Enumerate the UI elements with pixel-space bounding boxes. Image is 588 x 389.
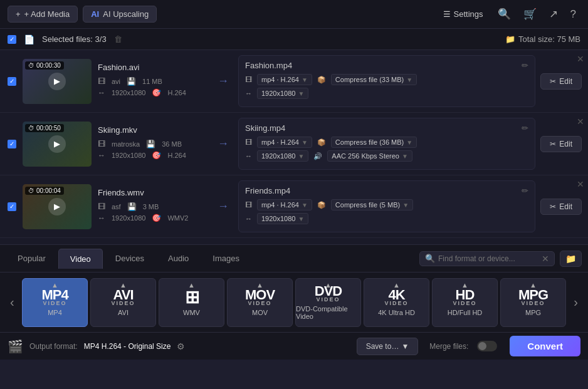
edit-area: ✂ Edit [540,136,582,152]
compress-select[interactable]: Compress file (33 MB) ▼ [331,74,417,85]
compress-dropdown-icon: ▼ [406,139,412,146]
edit-filename-icon[interactable]: ✏ [522,61,528,70]
close-item-icon[interactable]: ✕ [577,117,584,127]
select-all-checkbox[interactable]: ✓ [8,35,16,44]
format-chevron-mov: ▲ [256,281,263,289]
meta-row-format: 🎞 avi 💾 11 MB [98,77,211,86]
output-res-select[interactable]: 1920x1080 ▼ [257,88,308,99]
output-format-select[interactable]: mp4 · H.264 ▼ [257,74,312,85]
tab-audio[interactable]: Audio [157,249,200,268]
edit-filename-icon[interactable]: ✏ [522,123,528,133]
select-all-area[interactable]: ✓ [8,35,16,44]
close-item-icon[interactable]: ✕ [577,54,584,64]
output-format-select[interactable]: mp4 · H.264 ▼ [257,199,312,210]
edit-label: Edit [559,77,572,86]
toolbar-right: ☰ Settings 🔍 🛒 ↗ ? [437,5,580,23]
play-button[interactable]: ▶ [48,198,66,215]
edit-button[interactable]: ✂ Edit [540,73,582,90]
output-res-row: ↔ 1920x1080 ▼ [245,213,528,224]
output-res-select[interactable]: 1920x1080 ▼ [257,150,308,162]
format-search-clear[interactable]: ✕ [542,254,549,264]
meta-row-res: ↔ 1920x1080 🎯 H.264 [98,88,211,97]
file-checkbox[interactable]: ✓ [8,140,16,148]
compress-select[interactable]: Compress file (36 MB) ▼ [331,137,417,148]
format-icon-mpg[interactable]: ▲ MPG VIDEO MPG [500,278,566,327]
output-res-row: ↔ 1920x1080 ▼ 🔊 AAC 256 Kbps Stereo ▼ [245,150,528,162]
format-label-mov: MOV [252,309,268,316]
thumb-duration: ⏱ 00:00:30 [25,61,64,70]
format-dropdown-icon: ▼ [302,76,308,83]
thumb-duration: ⏱ 00:00:04 [25,187,64,195]
format-icon-mov[interactable]: ▲ MOV VIDEO MOV [227,278,293,327]
file-format: asf [112,203,121,210]
search-button[interactable]: 🔍 [493,5,515,23]
save-chevron-icon: ▼ [401,342,409,351]
tab-images[interactable]: Images [201,249,251,268]
output-res-row: ↔ 1920x1080 ▼ [245,88,528,99]
format-label-wmv: WMV [183,309,200,316]
format-icon-dvd[interactable]: ▲ DVD VIDEO DVD-Compatible Video [295,278,361,327]
thumb-duration: ⏱ 00:00:50 [25,124,64,132]
format-icon-avi[interactable]: ▲ AVI VIDEO AVI [90,278,156,327]
audio-select[interactable]: AAC 256 Kbps Stereo ▼ [327,150,412,162]
format-img-mp4: MP4 VIDEO [41,288,68,306]
file-thumbnail[interactable]: ⏱ 00:00:04 ▶ [23,184,92,229]
save-to-label: Save to… [366,342,399,351]
share-button[interactable]: ↗ [545,5,562,23]
file-checkbox-area[interactable]: ✓ [6,140,18,148]
output-fmt-icon: 🎞 [245,138,252,146]
file-thumbnail[interactable]: ⏱ 00:00:50 ▶ [23,122,92,167]
res-icon: ↔ [98,88,105,97]
convert-button[interactable]: Convert [510,336,580,356]
toggle-knob [478,342,486,350]
total-size-area: 📁 Total size: 75 MB [505,34,580,44]
convert-arrow: → [211,137,236,150]
compress-select[interactable]: Compress file (5 MB) ▼ [331,199,413,210]
format-next-button[interactable]: › [570,295,582,309]
file-checkbox[interactable]: ✓ [8,202,16,211]
output-format-row: 🎞 mp4 · H.264 ▼ 📦 Compress file (5 MB) ▼ [245,199,528,210]
ai-upscaling-button[interactable]: AI AI Upscaling [83,6,157,23]
format-chevron-dvd: ▲ [325,281,332,289]
file-checkbox-area[interactable]: ✓ [6,202,18,211]
edit-button[interactable]: ✂ Edit [540,136,582,152]
format-icon-4k[interactable]: ▲ 4K VIDEO 4K Ultra HD [364,278,429,327]
tab-popular[interactable]: Popular [6,249,57,268]
format-img-avi: AVI VIDEO [111,288,135,306]
format-icon-mp4[interactable]: ▲ MP4 VIDEO MP4 [22,278,88,327]
edit-button[interactable]: ✂ Edit [540,199,582,215]
format-icon-wmv[interactable]: ▲ ⊞ WMV [159,278,224,327]
file-thumbnail[interactable]: ⏱ 00:00:30 ▶ [23,59,92,104]
play-button[interactable]: ▶ [48,135,66,153]
output-res-icon: ↔ [245,90,252,97]
merge-toggle[interactable] [477,341,497,351]
add-media-button[interactable]: + + Add Media [8,6,78,23]
meta-row-res: ↔ 1920x1080 🎯 H.264 [98,151,211,160]
format-label-dvd: DVD-Compatible Video [296,305,360,320]
selected-files-label: Selected files: 3/3 [42,34,107,44]
output-header: Skiing.mp4 ✏ [245,123,528,133]
file-checkbox[interactable]: ✓ [8,77,16,86]
ai-upscaling-label: AI Upscaling [103,9,149,19]
hdd-icon: 💾 [146,140,155,148]
format-label-mpg: MPG [525,309,541,316]
play-button[interactable]: ▶ [48,73,66,90]
tab-devices[interactable]: Devices [104,249,155,268]
format-icon-hd[interactable]: ▲ HD VIDEO HD/Full HD [432,278,498,327]
settings-button[interactable]: ☰ Settings [437,6,490,22]
output-res-select[interactable]: 1920x1080 ▼ [257,213,308,224]
format-folder-button[interactable]: 📁 [560,251,582,267]
tab-video[interactable]: Video [58,249,103,269]
format-search-input[interactable] [438,254,538,263]
output-settings-icon[interactable]: ⚙ [177,341,185,351]
file-meta: Friends.wmv 🎞 asf 💾 3 MB ↔ 1920x1080 🎯 W… [98,188,211,225]
delete-icon[interactable]: 🗑 [114,34,122,44]
output-format-select[interactable]: mp4 · H.264 ▼ [257,137,312,148]
save-to-button[interactable]: Save to… ▼ [357,338,419,355]
edit-filename-icon[interactable]: ✏ [522,186,528,195]
cart-button[interactable]: 🛒 [519,5,541,23]
help-button[interactable]: ? [566,6,580,23]
close-item-icon[interactable]: ✕ [577,179,584,189]
format-prev-button[interactable]: ‹ [6,295,18,309]
file-checkbox-area[interactable]: ✓ [6,77,18,86]
